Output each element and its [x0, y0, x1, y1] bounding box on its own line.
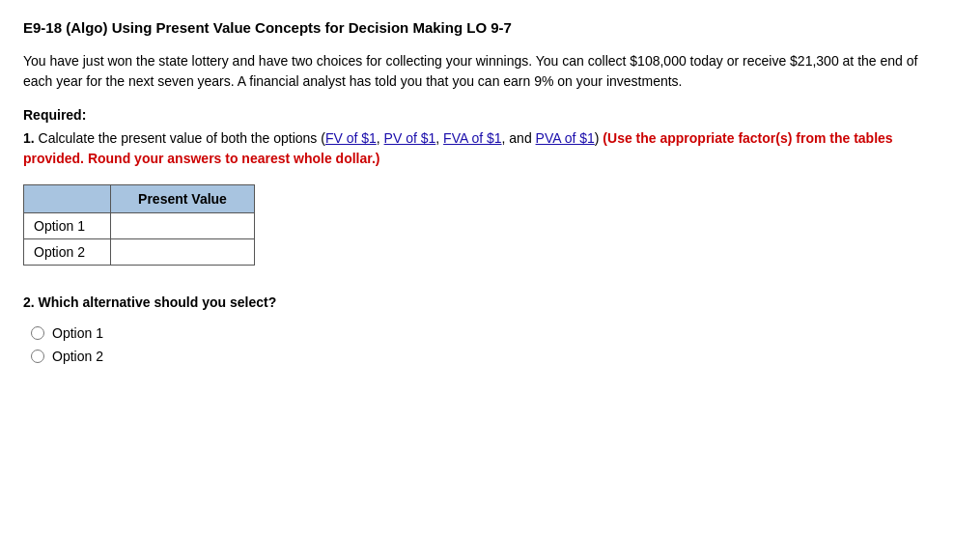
radio-group: Option 1 Option 2: [23, 325, 931, 364]
pva-of-1-link[interactable]: PVA of $1: [536, 130, 595, 146]
required-label: Required:: [23, 107, 931, 123]
table-empty-header: [24, 185, 111, 213]
table-header-present-value: Present Value: [111, 185, 255, 213]
option1-input[interactable]: [121, 218, 244, 234]
question2-section: 2. Which alternative should you select? …: [23, 294, 931, 364]
question1-text-before: Calculate the present value of both the …: [35, 130, 325, 146]
option1-value-cell[interactable]: [111, 213, 255, 239]
table-row: Option 2: [24, 239, 255, 266]
pv-of-1-link[interactable]: PV of $1: [384, 130, 436, 146]
radio-option-2[interactable]: Option 2: [31, 349, 931, 364]
radio-option2-input[interactable]: [31, 350, 44, 363]
intro-text: You have just won the state lottery and …: [23, 51, 931, 92]
option2-label: Option 2: [24, 239, 111, 266]
option2-value-cell[interactable]: [111, 239, 255, 266]
required-section: Required: 1. Calculate the present value…: [23, 107, 931, 169]
table-row: Option 1: [24, 213, 255, 239]
question2-text: Which alternative should you select?: [35, 294, 277, 310]
question2-number: 2.: [23, 294, 35, 310]
present-value-table-section: Present Value Option 1 Option 2: [23, 184, 931, 266]
option1-label: Option 1: [24, 213, 111, 239]
fv-of-1-link[interactable]: FV of $1: [325, 130, 377, 146]
radio-option2-label: Option 2: [52, 349, 103, 364]
question1-number: 1.: [23, 130, 35, 146]
fva-of-1-link[interactable]: FVA of $1: [443, 130, 501, 146]
present-value-table: Present Value Option 1 Option 2: [23, 184, 255, 266]
option2-input[interactable]: [121, 244, 244, 260]
radio-option1-input[interactable]: [31, 326, 44, 340]
radio-option-1[interactable]: Option 1: [31, 325, 931, 341]
question2-label: 2. Which alternative should you select?: [23, 294, 931, 310]
page-title: E9-18 (Algo) Using Present Value Concept…: [23, 19, 931, 36]
question1-text: 1. Calculate the present value of both t…: [23, 128, 931, 169]
radio-option1-label: Option 1: [52, 325, 103, 341]
